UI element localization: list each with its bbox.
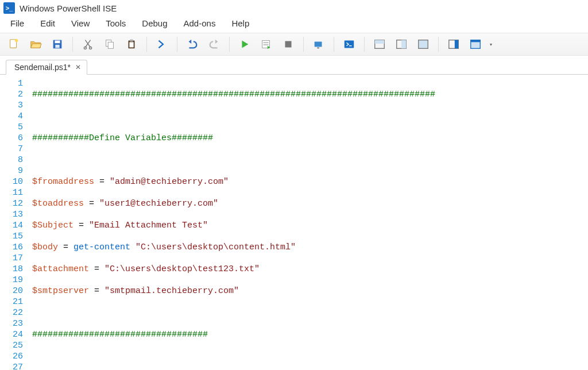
tab-title: Sendemail.ps1* — [14, 63, 71, 72]
title-bar: >_ Windows PowerShell ISE — [0, 0, 588, 15]
separator — [177, 37, 177, 52]
window-title: Windows PowerShell ISE — [20, 3, 117, 13]
show-script-pane-right-button[interactable] — [391, 36, 412, 53]
redo-button[interactable] — [204, 36, 225, 53]
toolbar-overflow-button[interactable]: ▾ — [487, 42, 495, 47]
menu-file[interactable]: File — [2, 16, 32, 30]
undo-button[interactable] — [182, 36, 203, 53]
new-remote-tab-button[interactable] — [308, 36, 329, 53]
new-file-button[interactable] — [3, 36, 24, 53]
show-command-window-button[interactable] — [465, 36, 486, 53]
code-line — [32, 155, 588, 165]
separator — [303, 37, 304, 52]
show-command-addon-button[interactable] — [443, 36, 464, 53]
svg-rect-17 — [317, 48, 319, 49]
toolbar: ▾ — [0, 33, 588, 56]
separator — [438, 37, 439, 52]
svg-rect-3 — [55, 41, 60, 44]
svg-rect-13 — [264, 42, 269, 43]
svg-rect-8 — [108, 42, 113, 48]
tab-strip: Sendemail.ps1* ✕ — [0, 56, 588, 75]
code-line: $Subject = "Email Attachment Test" — [32, 220, 588, 231]
code-line: $body = get-content "C:\users\desktop\co… — [32, 242, 588, 253]
svg-rect-25 — [455, 40, 458, 49]
code-line: $toaddress = "user1@techieberry.com" — [32, 198, 588, 209]
menu-view[interactable]: View — [63, 16, 98, 30]
code-line: ########################################… — [32, 89, 588, 100]
svg-rect-14 — [264, 44, 269, 45]
show-script-pane-top-button[interactable] — [369, 36, 390, 53]
editor-tab[interactable]: Sendemail.ps1* ✕ — [6, 60, 87, 75]
code-line: ###########Define Variables######## — [32, 133, 588, 144]
line-number-gutter: 1234567891011121314151617181920212223242… — [0, 75, 32, 370]
start-powershell-button[interactable] — [339, 36, 359, 53]
code-area[interactable]: ########################################… — [32, 75, 588, 370]
code-line — [32, 111, 588, 122]
show-script-pane-max-button[interactable] — [413, 36, 434, 53]
open-file-button[interactable] — [25, 36, 46, 53]
copy-button[interactable] — [99, 36, 120, 53]
svg-point-5 — [84, 47, 86, 49]
menu-addons[interactable]: Add-ons — [176, 16, 224, 30]
tab-close-icon[interactable]: ✕ — [75, 63, 81, 71]
svg-point-6 — [90, 47, 92, 49]
svg-rect-11 — [130, 40, 133, 42]
svg-rect-20 — [375, 40, 385, 44]
svg-rect-16 — [315, 41, 322, 47]
separator — [229, 37, 230, 52]
menu-bar: File Edit View Tools Debug Add-ons Help — [0, 15, 588, 33]
svg-point-1 — [15, 39, 18, 43]
svg-rect-23 — [419, 40, 428, 49]
code-line: $smtpserver = "smtpmail.techieberry.com" — [32, 286, 588, 296]
separator — [364, 37, 365, 52]
svg-rect-10 — [129, 42, 133, 47]
code-line — [32, 307, 588, 318]
svg-rect-22 — [401, 40, 406, 49]
run-button[interactable] — [234, 36, 255, 53]
powershell-icon: >_ — [3, 2, 15, 14]
separator — [146, 37, 147, 52]
run-selection-button[interactable] — [256, 36, 277, 53]
powershell-tab-button[interactable] — [152, 36, 172, 53]
code-line: $fromaddress = "admin@techieberry.com" — [32, 176, 588, 187]
editor[interactable]: 1234567891011121314151617181920212223242… — [0, 75, 588, 370]
svg-rect-4 — [55, 45, 59, 48]
svg-rect-15 — [285, 41, 292, 48]
separator — [334, 37, 334, 52]
svg-rect-27 — [471, 40, 481, 43]
menu-debug[interactable]: Debug — [134, 16, 175, 30]
paste-button[interactable] — [121, 36, 142, 53]
separator — [72, 37, 73, 52]
code-line — [32, 351, 588, 362]
menu-help[interactable]: Help — [223, 16, 257, 30]
cut-button[interactable] — [78, 36, 98, 53]
stop-button[interactable] — [278, 36, 299, 53]
save-button[interactable] — [47, 36, 68, 53]
menu-tools[interactable]: Tools — [98, 16, 134, 30]
code-line: ################################## — [32, 329, 588, 340]
menu-edit[interactable]: Edit — [32, 16, 63, 30]
code-line: $attachment = "C:\users\desktop\test123.… — [32, 264, 588, 275]
